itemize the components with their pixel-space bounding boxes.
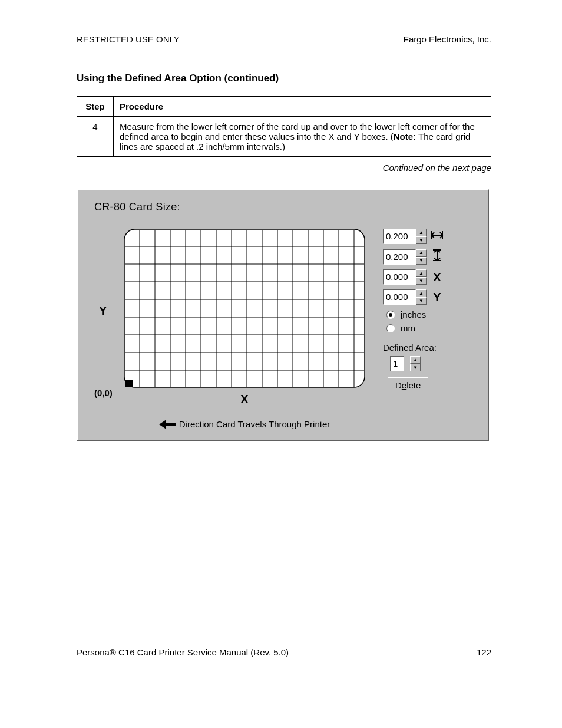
height-icon xyxy=(430,249,444,265)
height-input[interactable]: 0.200 xyxy=(383,249,416,265)
radio-icon xyxy=(386,324,395,332)
y-dim-label: Y xyxy=(430,291,444,304)
radio-mm-label: mm xyxy=(401,323,415,333)
spin-down-button[interactable]: ▼ xyxy=(416,257,427,265)
direction-text: Direction Card Travels Through Printer xyxy=(179,419,330,429)
x-axis-label: X xyxy=(118,393,371,406)
col-procedure: Procedure xyxy=(114,97,491,117)
y-spinner[interactable]: ▲ ▼ xyxy=(416,289,427,305)
width-icon xyxy=(430,230,444,243)
table-row: 4 Measure from the lower left corner of … xyxy=(77,117,491,157)
header-left: RESTRICTED USE ONLY xyxy=(77,34,180,44)
origin-label: (0,0) xyxy=(94,388,113,398)
col-step: Step xyxy=(77,97,114,117)
svg-marker-25 xyxy=(159,420,176,429)
spin-up-button[interactable]: ▲ xyxy=(416,269,427,277)
continued-note: Continued on the next page xyxy=(77,163,491,173)
spin-down-button[interactable]: ▼ xyxy=(416,277,427,285)
radio-inches[interactable]: inches xyxy=(386,309,476,319)
controls-panel: 0.200 ▲ ▼ 0.200 ▲ ▼ xyxy=(383,229,476,393)
dialog-title: CR-80 Card Size: xyxy=(94,201,476,213)
card-grid xyxy=(124,229,365,388)
radio-icon xyxy=(386,311,395,319)
defined-area-input[interactable]: 1 xyxy=(390,356,404,371)
card-preview-area: Y (0,0) X xyxy=(94,229,371,429)
y-axis-label: Y xyxy=(99,304,107,318)
defined-area-label: Defined Area: xyxy=(383,342,476,353)
spin-up-button[interactable]: ▲ xyxy=(410,356,421,364)
note-label: Note: xyxy=(394,131,416,141)
svg-rect-0 xyxy=(124,229,365,387)
card-size-dialog: CR-80 Card Size: Y (0,0) xyxy=(77,189,489,441)
header-right: Fargo Electronics, Inc. xyxy=(404,34,491,44)
width-spinner[interactable]: ▲ ▼ xyxy=(416,229,427,244)
delete-button[interactable]: Delete xyxy=(388,377,428,393)
cell-procedure: Measure from the lower left corner of th… xyxy=(114,117,491,157)
height-spinner[interactable]: ▲ ▼ xyxy=(416,249,427,265)
radio-inches-label: inches xyxy=(401,309,426,319)
page-footer: Persona® C16 Card Printer Service Manual… xyxy=(77,647,491,657)
spin-up-button[interactable]: ▲ xyxy=(416,289,427,297)
defined-area-spinner[interactable]: ▲ ▼ xyxy=(410,356,421,371)
x-spinner[interactable]: ▲ ▼ xyxy=(416,269,427,285)
width-input[interactable]: 0.200 xyxy=(383,229,416,244)
radio-mm[interactable]: mm xyxy=(386,323,476,333)
svg-rect-24 xyxy=(125,380,133,387)
page-number: 122 xyxy=(477,647,491,657)
arrow-left-icon xyxy=(159,420,176,429)
x-dim-label: X xyxy=(430,271,444,284)
section-title: Using the Defined Area Option (continued… xyxy=(77,73,491,84)
spin-down-button[interactable]: ▼ xyxy=(416,236,427,244)
spin-up-button[interactable]: ▲ xyxy=(416,229,427,236)
footer-left: Persona® C16 Card Printer Service Manual… xyxy=(77,647,289,657)
page-header: RESTRICTED USE ONLY Fargo Electronics, I… xyxy=(77,34,491,44)
procedure-table: Step Procedure 4 Measure from the lower … xyxy=(77,96,491,157)
spin-down-button[interactable]: ▼ xyxy=(410,364,421,371)
spin-up-button[interactable]: ▲ xyxy=(416,249,427,257)
y-input[interactable]: 0.000 xyxy=(383,289,416,305)
spin-down-button[interactable]: ▼ xyxy=(416,297,427,305)
x-input[interactable]: 0.000 xyxy=(383,269,416,285)
direction-label: Direction Card Travels Through Printer xyxy=(118,419,371,429)
cell-step: 4 xyxy=(77,117,114,157)
